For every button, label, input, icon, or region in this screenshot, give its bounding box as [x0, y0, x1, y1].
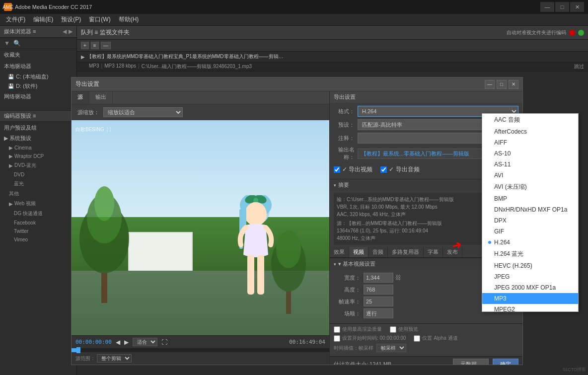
- source-scale-select[interactable]: 缩放以适合: [103, 107, 183, 117]
- fullscreen-button[interactable]: ⛶: [161, 339, 167, 346]
- dropdown-item-as-10[interactable]: AS-10: [482, 148, 578, 159]
- facebook-item[interactable]: Facebook: [0, 219, 76, 227]
- dialog-maximize[interactable]: □: [497, 80, 507, 89]
- use-preview-checkbox[interactable]: [390, 326, 396, 333]
- bluray-item[interactable]: 蓝光: [0, 179, 76, 189]
- other-item[interactable]: 其他: [0, 189, 76, 199]
- basic-video-arrow-icon: ▾: [334, 262, 336, 267]
- tab-effects[interactable]: 效果: [330, 247, 349, 257]
- tab-video[interactable]: 视频: [349, 247, 368, 257]
- field-input[interactable]: [364, 308, 393, 318]
- dropdown-item-avi[interactable]: AVI: [482, 170, 578, 181]
- export-settings-label: 导出设置: [334, 93, 356, 101]
- reset-alpha-checkbox[interactable]: [414, 335, 420, 342]
- export-video-checkbox[interactable]: [334, 166, 340, 173]
- minimize-button[interactable]: —: [540, 2, 554, 12]
- cinema-item[interactable]: ▶Cinema: [0, 144, 76, 152]
- width-input[interactable]: [364, 273, 393, 283]
- dropdown-item-mp3[interactable]: MP3: [482, 293, 578, 304]
- dropdown-item-h.264[interactable]: H.264: [482, 237, 578, 248]
- dropdown-item-dpx[interactable]: DPX: [482, 215, 578, 226]
- set-start-time-row: 设置开始时间码: 00:00:00:00: [334, 335, 406, 342]
- dropdown-item-as-11[interactable]: AS-11: [482, 159, 578, 170]
- dialog-close[interactable]: ✕: [509, 80, 518, 89]
- source-range-select[interactable]: 整个剪辑: [97, 354, 132, 363]
- width-label: 宽度：: [334, 274, 364, 282]
- menu-file[interactable]: 文件(F): [2, 14, 29, 25]
- tab-audio[interactable]: 音频: [368, 247, 388, 257]
- menu-window[interactable]: 窗口(W): [85, 14, 114, 25]
- play-button[interactable]: ▶: [124, 339, 129, 346]
- dropdown-item-label: H.264: [494, 239, 510, 246]
- dropdown-item-label: H.264 蓝光: [494, 250, 523, 258]
- drive-c[interactable]: 💾 C: (本地磁盘): [0, 72, 76, 81]
- expand-icon[interactable]: ▶: [4, 135, 8, 142]
- frame-back-button[interactable]: ◀: [116, 339, 120, 346]
- search-icon[interactable]: 🔍: [13, 40, 21, 47]
- max-render-checkbox[interactable]: [334, 326, 340, 333]
- menu-edit[interactable]: 编辑(E): [29, 14, 57, 25]
- reset-alpha-row: 仅置 Alpha 通道: [414, 335, 457, 342]
- dropdown-item-hevc(h.265)[interactable]: HEVC (H.265): [482, 260, 578, 271]
- set-start-time-checkbox[interactable]: [334, 335, 340, 342]
- dropdown-item-h.264蓝光[interactable]: H.264 蓝光: [482, 248, 578, 260]
- menu-preset[interactable]: 预设(P): [57, 14, 85, 25]
- remove-queue-button[interactable]: —: [101, 42, 111, 49]
- ok-button[interactable]: 确定: [493, 359, 518, 365]
- drive-d[interactable]: 💾 D: (软件): [0, 81, 76, 91]
- tab-mux[interactable]: 多路复用器: [388, 247, 424, 257]
- dropdown-item-mpeg2[interactable]: MPEG2: [482, 304, 578, 312]
- dropdown-item-avi(未压缩)[interactable]: AVI (未压缩): [482, 181, 578, 193]
- filter-icon[interactable]: ▼: [4, 40, 10, 47]
- source-scale-label: 源缩放：: [77, 109, 99, 116]
- nav-forward-icon[interactable]: ▶: [69, 28, 73, 35]
- timeline-bar[interactable]: [72, 348, 329, 352]
- svg-rect-13: [257, 255, 264, 295]
- fps-label: 帧速率：: [334, 298, 364, 305]
- queue-row-0[interactable]: ▶ 【教程】最系统的MMD零基础入门教程宝典_P1最系统的MMD零基础入门教程—…: [77, 52, 588, 62]
- dropdown-item-label: AS-10: [494, 150, 511, 157]
- left-panel: 媒体浏览器 ≡ ◀ ▶ ▼ 🔍 收藏夹 本地驱动器 💾 C: (本地磁盘) 💾 …: [0, 26, 77, 375]
- height-input[interactable]: [364, 285, 393, 295]
- tab-source[interactable]: 源: [72, 91, 89, 104]
- dvd-bluray-item[interactable]: ▶DVD-蓝光: [0, 160, 76, 170]
- dropdown-item-aftercodecs[interactable]: AfterCodecs: [482, 126, 578, 137]
- export-audio-checkbox[interactable]: [380, 166, 387, 173]
- list-queue-button[interactable]: ≡: [91, 42, 99, 49]
- twitter-item[interactable]: Twitter: [0, 227, 76, 235]
- dvd-item[interactable]: DVD: [0, 170, 76, 179]
- close-button[interactable]: ✕: [570, 2, 584, 12]
- title-bar-left: AME Adobe Media Encoder CC 2017: [4, 3, 92, 11]
- fit-select[interactable]: 适合: [133, 338, 157, 346]
- height-label: 高度：: [334, 286, 364, 294]
- queue-filename: 【教程】最系统的MMD零基础入门教程宝典_P1最系统的MMD零基础入门教程——剪…: [87, 53, 286, 60]
- menu-help[interactable]: 帮助(H): [115, 14, 143, 25]
- tab-output[interactable]: 输出: [89, 91, 113, 104]
- dropdown-item-gif[interactable]: GIF: [482, 226, 578, 237]
- dropdown-item-jpeg2000mxfop1a[interactable]: JPEG 2000 MXF OP1a: [482, 282, 578, 293]
- dg-item[interactable]: DG 快递通道: [0, 209, 76, 219]
- svg-rect-12: [247, 255, 254, 295]
- dropdown-item-dnxhr/dnxhdmxfop1a[interactable]: DNxHR/DNxHD MXF OP1a: [482, 204, 578, 215]
- maximize-button[interactable]: □: [555, 2, 569, 12]
- dropdown-item-label: DPX: [494, 217, 507, 224]
- add-queue-button[interactable]: +: [81, 42, 89, 49]
- tab-subtitle[interactable]: 字幕: [424, 247, 443, 257]
- timeline-handle[interactable]: [76, 347, 80, 353]
- web-video-item[interactable]: ▶Web 视频: [0, 199, 76, 209]
- dropdown-item-label: MP3: [494, 295, 507, 302]
- dropdown-item-aiff[interactable]: AIFF: [482, 137, 578, 148]
- dialog-minimize[interactable]: —: [485, 80, 495, 89]
- dropdown-item-bmp[interactable]: BMP: [482, 193, 578, 204]
- metadata-button[interactable]: 元数据...: [453, 359, 489, 365]
- nav-back-icon[interactable]: ◀: [63, 28, 67, 35]
- wraptor-item[interactable]: ▶Wraptor DCP: [0, 152, 76, 160]
- vimeo-item[interactable]: Vimeo: [0, 235, 76, 244]
- dropdown-item-aac音频[interactable]: AAC 音频: [482, 114, 578, 126]
- dropdown-item-label: AIFF: [494, 139, 507, 146]
- auto-encode-label: 自动对准视文件夹进行编码: [507, 29, 566, 36]
- fps-input[interactable]: [364, 297, 393, 306]
- dropdown-item-label: DNxHR/DNxHD MXF OP1a: [494, 206, 567, 213]
- time-interp-select[interactable]: 帧采样: [376, 344, 406, 352]
- dropdown-item-jpeg[interactable]: JPEG: [482, 271, 578, 282]
